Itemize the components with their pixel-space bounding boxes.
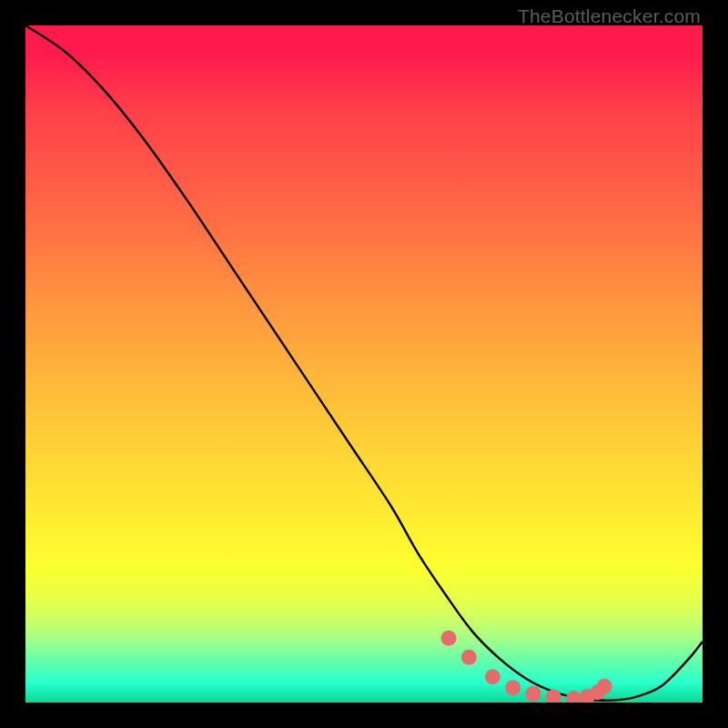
chart-frame: TheBottlenecker.com (0, 0, 728, 728)
highlight-dot (505, 680, 521, 695)
highlight-dot (597, 679, 612, 694)
highlight-dot (461, 650, 477, 665)
highlight-dot (546, 690, 561, 703)
watermark-text: TheBottlenecker.com (518, 5, 701, 27)
highlight-dots (441, 631, 612, 703)
highlight-dot (526, 686, 541, 702)
highlight-dot (441, 631, 457, 646)
curve-layer (25, 25, 703, 703)
bottleneck-curve (25, 25, 703, 701)
highlight-dot (566, 691, 581, 703)
plot-area (25, 25, 703, 703)
highlight-dot (485, 669, 500, 684)
